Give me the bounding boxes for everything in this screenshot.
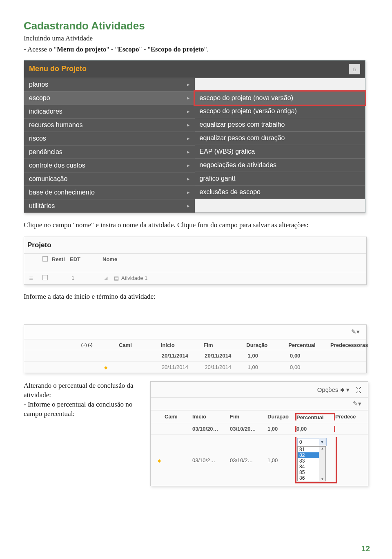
chevron-right-icon: ▸ bbox=[187, 203, 190, 209]
t: " - " bbox=[139, 45, 151, 53]
menu-item[interactable]: pendências▸ bbox=[24, 145, 195, 159]
resize-icon[interactable]: ◢ bbox=[104, 275, 107, 281]
col-duracao: Duração bbox=[238, 342, 280, 348]
percentual-listbox[interactable]: 81 82 83 84 85 86 ▲▼ bbox=[297, 446, 326, 481]
fullscreen-icon[interactable]: ↖↗↙↘ bbox=[356, 386, 361, 394]
label: escopo do projeto (versão antiga) bbox=[200, 107, 297, 115]
edit-dropdown-icon[interactable]: ✎▾ bbox=[353, 400, 361, 407]
label: gráfico gantt bbox=[200, 175, 236, 182]
v[interactable]: 20/11/2014 bbox=[154, 364, 196, 370]
col-resti: Resti bbox=[52, 256, 70, 262]
chevron-right-icon: ▸ bbox=[187, 81, 190, 87]
c: Fim bbox=[230, 414, 267, 420]
diamond-icon: ◆ bbox=[158, 458, 161, 463]
opcoes-button[interactable]: Opções ✱ ▾ bbox=[317, 386, 350, 394]
percentual-select[interactable]: 0 ▼ bbox=[297, 438, 327, 446]
menu-blank bbox=[195, 78, 365, 92]
col-nome: Nome bbox=[102, 256, 366, 262]
submenu-item[interactable]: gráfico gantt bbox=[195, 172, 365, 186]
menu-title: Menu do Projeto bbox=[29, 65, 87, 73]
percentual-cell-highlight: 0,00 bbox=[295, 426, 335, 432]
v[interactable]: 1,00 bbox=[240, 364, 282, 370]
label: exclusões de escopo bbox=[200, 188, 261, 196]
v: 03/10/20… bbox=[192, 426, 230, 432]
submenu-item[interactable]: EAP (WBS) gráfica bbox=[195, 145, 365, 159]
t: - Acesse o " bbox=[24, 45, 57, 53]
label: controle dos custos bbox=[29, 162, 85, 169]
table-header: Resti EDT Nome bbox=[24, 253, 366, 272]
menu-item[interactable]: utilitários▸ bbox=[24, 199, 195, 213]
v: 03/10/20… bbox=[230, 426, 267, 432]
menu-item[interactable]: riscos▸ bbox=[24, 132, 195, 145]
l: Alterando o percentual de conclusão da a… bbox=[24, 381, 142, 400]
menu-item[interactable]: base de conhecimento▸ bbox=[24, 186, 195, 199]
submenu-item-highlighted[interactable]: escopo do projeto (nova versão) bbox=[194, 90, 367, 106]
menu-item[interactable]: indicadores▸ bbox=[24, 105, 195, 119]
t: Escopo bbox=[118, 45, 139, 53]
diamond-icon: ◆ bbox=[104, 365, 107, 370]
submenu-item[interactable]: escopo do projeto (versão antiga) bbox=[195, 105, 365, 118]
t: Menu do projeto bbox=[57, 45, 107, 53]
label: pendências bbox=[29, 148, 62, 156]
pct-header: Cami Início Fim Duração Percentual Prede… bbox=[151, 410, 368, 423]
submenu-item[interactable]: equalizar pesos com duração bbox=[195, 132, 365, 145]
submenu-item[interactable]: exclusões de escopo bbox=[195, 186, 365, 199]
home-icon[interactable]: ⌂ bbox=[349, 64, 360, 74]
date-table-shot: ✎▾ (+) (-) Cami Início Fim Duração Perce… bbox=[24, 324, 367, 373]
menu-item[interactable]: controle dos custos▸ bbox=[24, 159, 195, 172]
date-row[interactable]: ◆ 20/11/2014 20/11/2014 1,00 0,00 bbox=[24, 361, 366, 373]
menu-item[interactable]: recursos humanos▸ bbox=[24, 119, 195, 132]
drag-handle-icon[interactable]: ≡ bbox=[24, 275, 38, 282]
v[interactable]: 20/11/2014 bbox=[196, 364, 239, 370]
v[interactable]: 03/10/2… bbox=[230, 457, 267, 463]
label: planos bbox=[29, 81, 48, 88]
date-row-summary: 20/11/2014 20/11/2014 1,00 0,00 bbox=[24, 350, 366, 361]
percent-shot: Opções ✱ ▾ ↖↗↙↘ ✎▾ Cami Início Fim Duraç… bbox=[150, 381, 368, 486]
chevron-right-icon: ▸ bbox=[187, 135, 190, 141]
activity-name[interactable]: Atividade 1 bbox=[121, 275, 147, 281]
menu-item[interactable]: escopo▸ bbox=[24, 92, 195, 105]
edit-dropdown-icon[interactable]: ✎▾ bbox=[351, 328, 360, 335]
checkbox-icon[interactable] bbox=[42, 256, 48, 262]
scrollbar[interactable]: ▲▼ bbox=[319, 447, 325, 481]
chevron-right-icon: ▸ bbox=[187, 149, 190, 155]
t: ". bbox=[204, 45, 209, 53]
plusminus-label: (+) (-) bbox=[24, 342, 100, 347]
paragraph-2: Informe a data de início e término da at… bbox=[24, 292, 368, 302]
menu-item[interactable]: comunicação▸ bbox=[24, 172, 195, 186]
pct-row[interactable]: ◆ 03/10/2… 03/10/2… 1,00 0 ▼ 81 82 83 84 bbox=[151, 434, 368, 486]
submenu-item[interactable]: negociações de atividades bbox=[195, 159, 365, 172]
label: EAP (WBS) gráfica bbox=[200, 148, 255, 155]
chevron-right-icon: ▸ bbox=[187, 95, 190, 101]
v[interactable]: 1,00 bbox=[267, 457, 295, 463]
label: base de conhecimento bbox=[29, 189, 95, 196]
menu-screenshot: Menu do Projeto ⌂ planos▸ escopo▸ indica… bbox=[24, 60, 365, 213]
c: Cami bbox=[165, 414, 192, 420]
menu-item[interactable]: planos▸ bbox=[24, 78, 195, 92]
checkbox-icon[interactable] bbox=[42, 275, 48, 280]
v: 20/11/2014 bbox=[154, 353, 196, 359]
label: recursos humanos bbox=[29, 121, 83, 129]
v[interactable]: 03/10/2… bbox=[192, 457, 230, 463]
label: escopo bbox=[29, 94, 50, 102]
label: utilitários bbox=[29, 202, 55, 210]
chevron-right-icon: ▸ bbox=[187, 122, 190, 128]
chevron-down-icon[interactable]: ▼ bbox=[319, 439, 325, 445]
gear-icon: ✱ bbox=[340, 387, 345, 393]
table-row[interactable]: ≡ 1 ◢ ▤ Atividade 1 bbox=[24, 272, 366, 284]
label: equalizar pesos com trabalho bbox=[200, 121, 285, 128]
chevron-right-icon: ▸ bbox=[187, 189, 190, 195]
c: Predece bbox=[335, 414, 363, 420]
label: equalizar pesos com duração bbox=[200, 134, 285, 142]
v[interactable]: 0,00 bbox=[282, 364, 324, 370]
percent-text: Alterando o percentual de conclusão da a… bbox=[24, 381, 142, 486]
col-fim: Fim bbox=[196, 342, 238, 348]
chevron-down-icon: ▾ bbox=[346, 386, 350, 393]
label: riscos bbox=[29, 135, 46, 142]
page-number: 12 bbox=[361, 544, 370, 553]
v: 1,00 bbox=[267, 426, 295, 432]
v: 1,00 bbox=[240, 353, 282, 359]
chevron-right-icon: ▸ bbox=[187, 108, 190, 114]
submenu-item[interactable]: equalizar pesos com trabalho bbox=[195, 118, 365, 132]
menu-left-col: planos▸ escopo▸ indicadores▸ recursos hu… bbox=[24, 78, 195, 213]
